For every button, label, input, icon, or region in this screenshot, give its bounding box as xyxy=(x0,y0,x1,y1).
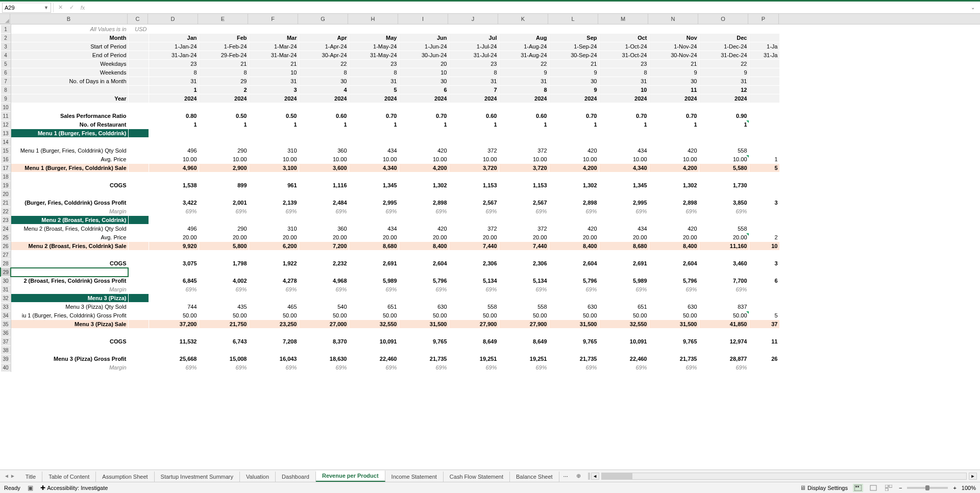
cell-E19[interactable]: 899 xyxy=(199,181,249,190)
cell-E18[interactable] xyxy=(199,172,249,181)
cell-C34[interactable] xyxy=(128,311,149,320)
cell-B24[interactable]: Menu 2 (Broast, Fries, Coldrink) Qty Sol… xyxy=(11,225,128,233)
cell-B18[interactable] xyxy=(11,172,128,181)
cell-B36[interactable] xyxy=(11,329,128,337)
cell-E4[interactable]: 29-Feb-24 xyxy=(199,51,249,60)
cell-O6[interactable]: 9 xyxy=(699,68,749,77)
col-header-F[interactable]: F xyxy=(248,14,298,24)
cell-E40[interactable]: 69% xyxy=(199,363,249,372)
cell-N27[interactable] xyxy=(649,251,699,259)
cell-I9[interactable]: 2024 xyxy=(399,94,449,103)
col-header-J[interactable]: J xyxy=(448,14,498,24)
cell-J16[interactable]: 10.00 xyxy=(449,155,499,164)
cell-F23[interactable] xyxy=(249,216,299,225)
row-header-24[interactable]: 24 xyxy=(1,225,11,233)
row-header-40[interactable]: 40 xyxy=(1,363,11,372)
cell-E6[interactable]: 8 xyxy=(199,68,249,77)
cell-F33[interactable]: 465 xyxy=(249,303,299,311)
cell-K25[interactable]: 20.00 xyxy=(499,233,549,242)
cell-J30[interactable]: 5,134 xyxy=(449,277,499,285)
cell-E5[interactable]: 21 xyxy=(199,60,249,68)
cell-H30[interactable]: 5,989 xyxy=(349,277,399,285)
cell-J6[interactable]: 8 xyxy=(449,68,499,77)
hscroll-right-icon[interactable]: ► xyxy=(969,473,977,480)
cell-L39[interactable]: 21,735 xyxy=(549,355,599,363)
cell-D23[interactable] xyxy=(149,216,199,225)
row-header-39[interactable]: 39 xyxy=(1,355,11,363)
hscroll-thumb[interactable] xyxy=(602,473,632,479)
row-header-11[interactable]: 11 xyxy=(1,112,11,120)
cell-K39[interactable]: 19,251 xyxy=(499,355,549,363)
cell-D21[interactable]: 3,422 xyxy=(149,199,199,207)
cell-L5[interactable]: 21 xyxy=(549,60,599,68)
cell-P25[interactable]: 2 xyxy=(749,233,779,242)
cell-J33[interactable]: 558 xyxy=(449,303,499,311)
zoom-out-icon[interactable]: − xyxy=(899,485,902,491)
cell-H40[interactable]: 69% xyxy=(349,363,399,372)
cell-K19[interactable]: 1,153 xyxy=(499,181,549,190)
cell-C30[interactable] xyxy=(128,277,149,285)
cell-G30[interactable]: 4,968 xyxy=(299,277,349,285)
row-header-37[interactable]: 37 xyxy=(1,337,11,346)
cell-O31[interactable]: 69% xyxy=(699,285,749,294)
cell-F3[interactable]: 1-Mar-24 xyxy=(249,42,299,51)
cell-E2[interactable]: Feb xyxy=(199,34,249,42)
cell-J1[interactable] xyxy=(449,25,499,34)
cell-O4[interactable]: 31-Dec-24 xyxy=(699,51,749,60)
cell-J31[interactable]: 69% xyxy=(449,285,499,294)
cell-H31[interactable]: 69% xyxy=(349,285,399,294)
cell-J22[interactable]: 69% xyxy=(449,207,499,216)
cell-K27[interactable] xyxy=(499,251,549,259)
sheet-tab-income-statement[interactable]: Income Statement xyxy=(385,472,444,482)
cell-I28[interactable]: 2,604 xyxy=(399,259,449,268)
cell-K35[interactable]: 27,900 xyxy=(499,320,549,329)
cell-N12[interactable]: 1 xyxy=(649,120,699,129)
cell-P38[interactable] xyxy=(749,346,779,355)
cell-G24[interactable]: 360 xyxy=(299,225,349,233)
cell-L40[interactable]: 69% xyxy=(549,363,599,372)
cell-B19[interactable]: COGS xyxy=(11,181,128,190)
name-box[interactable]: A29 ▼ xyxy=(2,3,51,13)
cell-D7[interactable]: 31 xyxy=(149,77,199,86)
cell-M37[interactable]: 10,091 xyxy=(599,337,649,346)
cell-K10[interactable] xyxy=(499,103,549,112)
cell-L1[interactable] xyxy=(549,25,599,34)
cell-L18[interactable] xyxy=(549,172,599,181)
cell-D36[interactable] xyxy=(149,329,199,337)
cell-C40[interactable] xyxy=(128,363,149,372)
cell-E16[interactable]: 10.00 xyxy=(199,155,249,164)
cell-F5[interactable]: 21 xyxy=(249,60,299,68)
cell-B6[interactable]: Weekends xyxy=(11,68,128,77)
cell-P20[interactable] xyxy=(749,190,779,199)
cell-P11[interactable] xyxy=(749,112,779,120)
row-header-29[interactable]: 29 xyxy=(1,268,11,277)
col-header-L[interactable]: L xyxy=(548,14,598,24)
cell-O26[interactable]: 11,160 xyxy=(699,242,749,251)
cell-O15[interactable]: 558 xyxy=(699,146,749,155)
cell-L17[interactable]: 4,200 xyxy=(549,164,599,172)
sheet-tab-title[interactable]: Title xyxy=(19,472,42,482)
cell-E20[interactable] xyxy=(199,190,249,199)
cell-O28[interactable]: 3,460 xyxy=(699,259,749,268)
cell-P29[interactable] xyxy=(749,268,779,277)
cell-L25[interactable]: 20.00 xyxy=(549,233,599,242)
cell-H3[interactable]: 1-May-24 xyxy=(349,42,399,51)
cell-N25[interactable]: 20.00 xyxy=(649,233,699,242)
cell-M16[interactable]: 10.00 xyxy=(599,155,649,164)
cell-K11[interactable]: 0.60 xyxy=(499,112,549,120)
cell-H11[interactable]: 0.70 xyxy=(349,112,399,120)
cell-M31[interactable]: 69% xyxy=(599,285,649,294)
cell-H10[interactable] xyxy=(349,103,399,112)
cell-B3[interactable]: Start of Period xyxy=(11,42,128,51)
cell-D27[interactable] xyxy=(149,251,199,259)
cell-N5[interactable]: 21 xyxy=(649,60,699,68)
cell-L16[interactable]: 10.00 xyxy=(549,155,599,164)
cell-P27[interactable] xyxy=(749,251,779,259)
cell-H21[interactable]: 2,995 xyxy=(349,199,399,207)
cell-P7[interactable] xyxy=(749,77,779,86)
cell-C7[interactable] xyxy=(128,77,149,86)
cell-H6[interactable]: 8 xyxy=(349,68,399,77)
cell-B29[interactable] xyxy=(11,268,128,277)
cell-F38[interactable] xyxy=(249,346,299,355)
cell-P33[interactable] xyxy=(749,303,779,311)
